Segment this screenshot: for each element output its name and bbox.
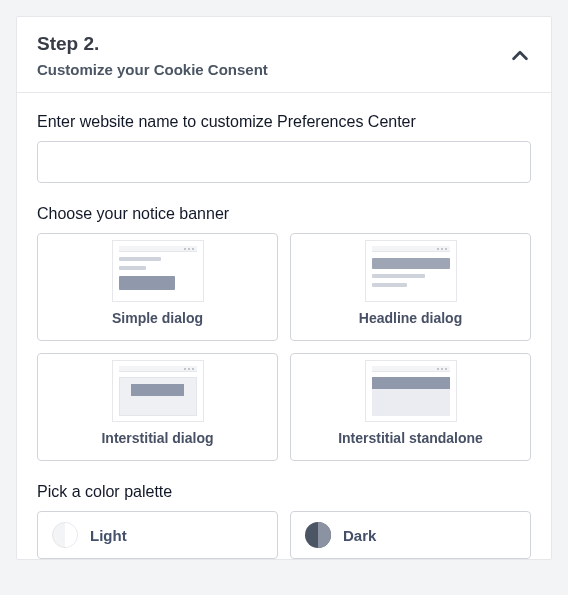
step-header[interactable]: Step 2. Customize your Cookie Consent — [17, 17, 551, 93]
palette-section-label: Pick a color palette — [37, 483, 531, 501]
step-panel: Step 2. Customize your Cookie Consent En… — [16, 16, 552, 560]
banner-option-label: Headline dialog — [359, 310, 462, 326]
banner-option-label: Interstitial standalone — [338, 430, 483, 446]
banner-option-simple-dialog[interactable]: Simple dialog — [37, 233, 278, 341]
website-name-input[interactable] — [37, 141, 531, 183]
palette-option-label: Dark — [343, 527, 376, 544]
banner-option-label: Interstitial dialog — [101, 430, 213, 446]
banner-option-label: Simple dialog — [112, 310, 203, 326]
step-body: Enter website name to customize Preferen… — [17, 93, 551, 559]
palette-option-label: Light — [90, 527, 127, 544]
interstitial-standalone-thumb — [365, 360, 457, 422]
simple-dialog-thumb — [112, 240, 204, 302]
chevron-up-icon — [509, 45, 531, 67]
website-name-label: Enter website name to customize Preferen… — [37, 113, 531, 131]
dark-swatch-icon — [305, 522, 331, 548]
banner-options-grid: Simple dialog Headline dialog Interstiti… — [37, 233, 531, 461]
palette-option-dark[interactable]: Dark — [290, 511, 531, 559]
step-subtitle: Customize your Cookie Consent — [37, 61, 268, 78]
light-swatch-icon — [52, 522, 78, 548]
step-title: Step 2. — [37, 33, 268, 55]
palette-options: Light Dark — [37, 511, 531, 559]
banner-section-label: Choose your notice banner — [37, 205, 531, 223]
banner-option-interstitial-dialog[interactable]: Interstitial dialog — [37, 353, 278, 461]
interstitial-dialog-thumb — [112, 360, 204, 422]
banner-option-interstitial-standalone[interactable]: Interstitial standalone — [290, 353, 531, 461]
headline-dialog-thumb — [365, 240, 457, 302]
step-heading-block: Step 2. Customize your Cookie Consent — [37, 33, 268, 78]
palette-option-light[interactable]: Light — [37, 511, 278, 559]
banner-option-headline-dialog[interactable]: Headline dialog — [290, 233, 531, 341]
